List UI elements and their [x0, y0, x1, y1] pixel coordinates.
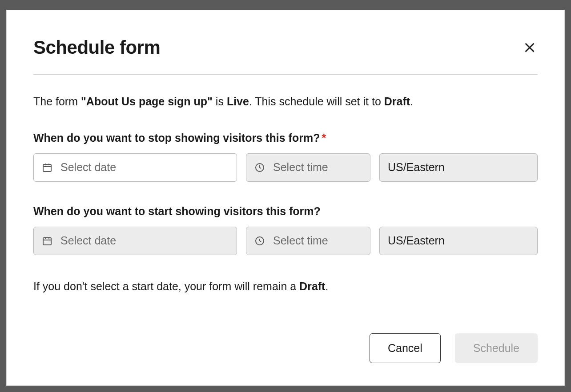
schedule-button[interactable]: Schedule [455, 333, 538, 363]
start-showing-section: When do you want to start showing visito… [33, 205, 538, 255]
stop-input-row: Select date Select time US/Eastern [33, 153, 538, 182]
schedule-form-modal: Schedule form The form "About Us page si… [6, 10, 565, 386]
draft-note: If you don't select a start date, your f… [33, 278, 538, 295]
note-prefix: If you don't select a start date, your f… [33, 280, 299, 292]
calendar-icon [42, 162, 52, 173]
stop-date-placeholder: Select date [60, 161, 116, 174]
start-date-input[interactable]: Select date [33, 227, 237, 255]
stop-date-input[interactable]: Select date [33, 153, 237, 182]
description-mid1: is [213, 95, 227, 108]
modal-title: Schedule form [33, 37, 160, 58]
start-showing-label: When do you want to start showing visito… [33, 205, 538, 218]
svg-rect-0 [43, 164, 51, 172]
note-status: Draft [299, 280, 325, 292]
calendar-icon [42, 236, 52, 246]
start-input-row: Select date Select time US/Eastern [33, 227, 538, 255]
clock-icon [254, 236, 265, 246]
start-timezone-value: US/Eastern [388, 234, 445, 247]
stop-showing-label: When do you want to stop showing visitor… [33, 132, 538, 144]
modal-description: The form "About Us page sign up" is Live… [33, 93, 538, 110]
required-indicator: * [322, 132, 326, 144]
modal-footer: Cancel Schedule [33, 316, 538, 363]
start-time-placeholder: Select time [273, 234, 328, 247]
stop-time-placeholder: Select time [273, 161, 328, 174]
note-suffix: . [325, 280, 328, 292]
start-timezone-input[interactable]: US/Eastern [379, 227, 538, 255]
close-button[interactable] [522, 40, 538, 56]
clock-icon [254, 162, 265, 173]
start-date-placeholder: Select date [60, 234, 116, 247]
modal-header: Schedule form [33, 37, 538, 75]
description-suffix: . [410, 95, 413, 108]
cancel-button[interactable]: Cancel [370, 333, 441, 363]
close-icon [523, 41, 536, 54]
description-mid2: . This schedule will set it to [249, 95, 384, 108]
description-prefix: The form [33, 95, 81, 108]
stop-label-text: When do you want to stop showing visitor… [33, 132, 320, 144]
form-name: "About Us page sign up" [81, 95, 213, 108]
start-time-input[interactable]: Select time [246, 227, 370, 255]
stop-timezone-value: US/Eastern [388, 161, 445, 174]
stop-showing-section: When do you want to stop showing visitor… [33, 132, 538, 182]
target-status: Draft [384, 95, 410, 108]
stop-timezone-input[interactable]: US/Eastern [379, 153, 538, 182]
svg-rect-2 [43, 238, 51, 245]
stop-time-input[interactable]: Select time [246, 153, 370, 182]
form-status: Live [227, 95, 249, 108]
start-label-text: When do you want to start showing visito… [33, 205, 321, 217]
